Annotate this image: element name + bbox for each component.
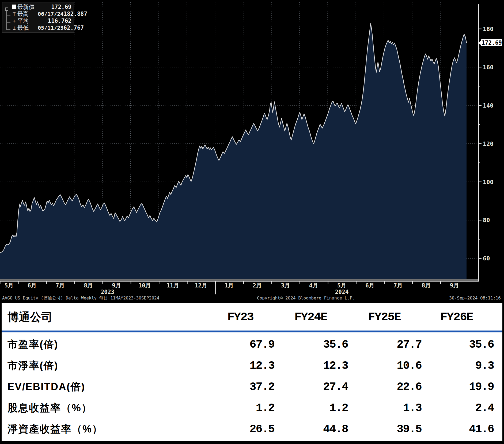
cell-value: 2.4 — [422, 402, 494, 415]
table-row-ev-ebitda: EV/EBITDA(倍) 37.2 27.4 22.6 19.9 — [7, 376, 494, 397]
column-header-fy25e: FY25E — [348, 310, 422, 324]
svg-text:8月: 8月 — [84, 282, 93, 289]
price-area-series — [0, 23, 467, 279]
legend-date: 06/17/24 — [38, 10, 63, 17]
svg-text:2023: 2023 — [101, 289, 115, 295]
svg-text:3月: 3月 — [281, 282, 290, 289]
svg-text:120: 120 — [483, 141, 494, 147]
row-label: 市盈率(倍) — [7, 338, 201, 351]
svg-text:12月: 12月 — [195, 282, 207, 289]
legend-date: 05/11/23 — [38, 24, 63, 31]
svg-text:7月: 7月 — [393, 282, 403, 289]
svg-text:6月: 6月 — [365, 282, 374, 289]
bloomberg-screenshot: 5月6月7月8月9月10月11月12月1月2月3月4月5月6月7月8月9月202… — [0, 0, 504, 444]
svg-text:10月: 10月 — [138, 282, 151, 289]
cell-value: 1.2 — [274, 402, 348, 415]
cell-value: 27.4 — [274, 381, 348, 393]
svg-text:7月: 7月 — [56, 282, 65, 289]
legend-value: 62.767 — [63, 24, 84, 31]
cell-value: 35.6 — [274, 338, 348, 351]
svg-text:100: 100 — [483, 179, 494, 185]
table-row-roe: 淨資產收益率（%） 26.5 44.8 39.5 41.6 — [7, 419, 494, 440]
svg-text:4月: 4月 — [309, 282, 318, 289]
legend-row-high: T 最高 06/17/24 182.887 — [11, 10, 71, 17]
header-divider — [2, 331, 502, 332]
valuation-table-body: 市盈率(倍) 67.9 35.6 27.7 35.6 市淨率(倍) 12.3 1… — [2, 332, 502, 440]
cell-value: 22.6 — [348, 381, 422, 393]
svg-text:11月: 11月 — [166, 282, 179, 289]
cell-value: 44.8 — [274, 423, 348, 436]
svg-text:60: 60 — [483, 255, 490, 262]
legend-value: 182.887 — [63, 10, 87, 17]
cell-value: 1.3 — [348, 402, 422, 415]
legend-row-low: ⊥ 最低 05/11/23 62.767 — [11, 24, 71, 31]
cell-value: 19.9 — [422, 381, 494, 393]
svg-text:8月: 8月 — [422, 282, 431, 289]
cell-value: 67.9 — [201, 338, 274, 351]
chart-copyright-note: Copyright© 2024 Bloomberg Finance L.P. — [257, 295, 355, 301]
cell-value: 12.3 — [201, 359, 274, 372]
legend-row-last: 最新價 172.69 — [11, 3, 71, 10]
column-header-fy23: FY23 — [201, 310, 274, 324]
legend-value: 172.69 — [51, 3, 71, 10]
cell-value: 1.2 — [201, 402, 274, 415]
cell-value: 37.2 — [201, 381, 274, 393]
price-chart-canvas[interactable]: 5月6月7月8月9月10月11月12月1月2月3月4月5月6月7月8月9月202… — [0, 0, 504, 303]
cell-value: 12.3 — [274, 359, 348, 372]
legend-label: 最新價 — [17, 3, 38, 10]
chart-footer: AVGO US Equity (博通公司) Delta Weekly 每日 11… — [0, 295, 504, 302]
svg-text:5月: 5月 — [337, 282, 346, 289]
cell-value: 9.3 — [422, 359, 494, 372]
x-axis-labels: 5月6月7月8月9月10月11月12月1月2月3月4月5月6月7月8月9月202… — [5, 282, 459, 295]
table-row-pe: 市盈率(倍) 67.9 35.6 27.7 35.6 — [7, 334, 494, 355]
svg-text:9月: 9月 — [112, 282, 121, 289]
svg-text:80: 80 — [483, 217, 490, 223]
legend-row-average: + 平均 116.762 — [11, 17, 71, 24]
legend-value: 116.762 — [48, 17, 71, 24]
svg-text:2月: 2月 — [253, 282, 262, 289]
svg-text:180: 180 — [483, 26, 494, 32]
cell-value: 41.6 — [422, 423, 494, 436]
legend-label: 平均 — [17, 17, 38, 24]
chart-legend: 最新價 172.69 T 最高 06/17/24 182.887 + 平均 11… — [2, 2, 74, 33]
svg-text:9月: 9月 — [450, 282, 459, 289]
row-label: 淨資產收益率（%） — [7, 422, 201, 436]
valuation-table-header: 博通公司 FY23 FY24E FY25E FY26E — [2, 303, 502, 331]
cell-value: 35.6 — [422, 338, 494, 351]
cell-value: 10.6 — [348, 359, 422, 372]
row-label: EV/EBITDA(倍) — [7, 380, 201, 394]
cell-value: 39.5 — [348, 423, 422, 436]
cell-value: 26.5 — [201, 423, 274, 436]
valuation-table: 博通公司 FY23 FY24E FY25E FY26E 市盈率(倍) 67.9 … — [0, 303, 504, 444]
svg-text:6月: 6月 — [28, 282, 37, 289]
table-row-pb: 市淨率(倍) 12.3 12.3 10.6 9.3 — [7, 355, 494, 376]
svg-text:2024: 2024 — [335, 289, 349, 295]
svg-text:160: 160 — [483, 64, 494, 71]
price-chart-panel: 5月6月7月8月9月10月11月12月1月2月3月4月5月6月7月8月9月202… — [0, 0, 504, 303]
range-bracket-icon — [5, 6, 12, 32]
svg-text:5月: 5月 — [5, 282, 14, 289]
legend-label: 最低 — [17, 24, 38, 31]
last-price-tag: 172.69 — [481, 39, 502, 46]
table-row-dividend-yield: 股息收益率（%） 1.2 1.2 1.3 2.4 — [7, 397, 494, 419]
x-axis — [0, 279, 478, 294]
cell-value: 27.7 — [348, 338, 422, 351]
row-label: 股息收益率（%） — [7, 401, 201, 415]
row-label: 市淨率(倍) — [7, 359, 201, 373]
column-header-fy26e: FY26E — [422, 310, 494, 324]
legend-label: 最高 — [17, 10, 38, 17]
svg-text:1月: 1月 — [225, 282, 234, 289]
chart-source-note: AVGO US Equity (博通公司) Delta Weekly 每日 11… — [2, 295, 159, 301]
company-name: 博通公司 — [7, 310, 201, 325]
svg-text:140: 140 — [483, 102, 494, 109]
column-header-fy24e: FY24E — [274, 310, 348, 324]
chart-timestamp: 30-Sep-2024 08:11:16 — [449, 295, 501, 301]
